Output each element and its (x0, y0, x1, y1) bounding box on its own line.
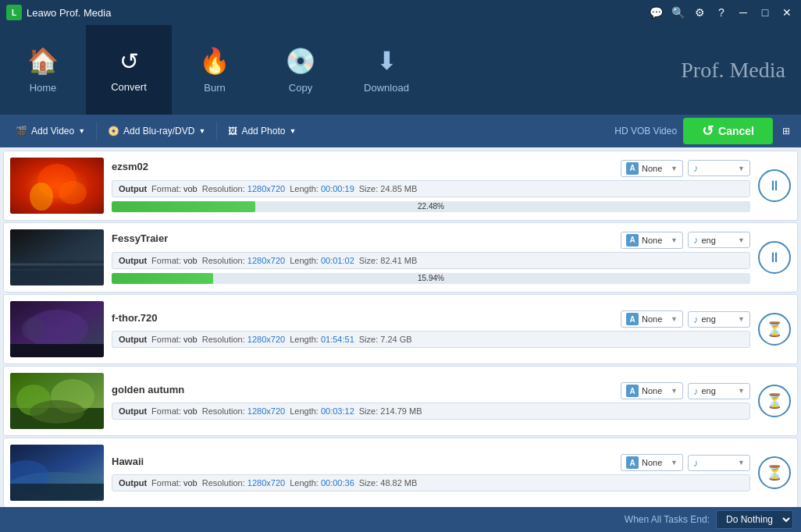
audio-value: eng (702, 314, 716, 324)
audio-icon: ♪ (693, 162, 699, 174)
length-label: Length: 00:03:12 (290, 406, 354, 416)
subtitle-select[interactable]: A None ▼ (621, 454, 683, 471)
progress-bar (112, 273, 213, 284)
chat-icon[interactable]: 💬 (648, 6, 664, 19)
cancel-icon: ↺ (702, 122, 714, 140)
audio-arrow-icon: ▼ (738, 236, 745, 244)
svg-point-11 (22, 317, 45, 341)
output-label: Output (119, 184, 147, 193)
select-group: A None ▼ ♪ eng ▼ (621, 310, 750, 328)
video-row: FessyTraier A None ▼ ♪ eng ▼ Output (3, 222, 798, 293)
resolution-label: Resolution: 1280x720 (202, 406, 285, 416)
nav-item-download[interactable]: ⬇ Download (344, 25, 429, 115)
home-icon: 🏠 (27, 46, 59, 76)
subtitle-arrow-icon: ▼ (671, 315, 678, 323)
toolbar-right: HD VOB Video ↺ Cancel ⊞ (614, 118, 793, 144)
app-title-area: L Leawo Prof. Media (6, 5, 111, 20)
subtitle-select[interactable]: A None ▼ (621, 232, 683, 249)
status-bar: When All Tasks End: Do Nothing Shut Down… (0, 507, 801, 532)
select-group: A None ▼ ♪ eng ▼ (621, 382, 750, 399)
status-label: When All Tasks End: (625, 514, 710, 525)
expand-button[interactable]: ⊞ (779, 122, 793, 140)
pause-button[interactable]: ⏸ (758, 241, 791, 274)
video-thumbnail (10, 445, 104, 501)
subtitle-icon: A (626, 234, 639, 246)
nav-item-copy[interactable]: 💿 Copy (258, 25, 344, 115)
title-bar: L Leawo Prof. Media 💬 🔍 ⚙ ? ─ □ ✕ (0, 0, 801, 25)
add-photo-button[interactable]: 🖼 Add Photo ▼ (220, 122, 304, 140)
search-icon[interactable]: 🔍 (670, 6, 685, 19)
size-label: Size: 214.79 MB (359, 406, 422, 416)
subtitle-icon: A (626, 313, 639, 325)
audio-arrow-icon: ▼ (738, 165, 745, 172)
nav-label-copy: Copy (289, 82, 312, 94)
settings-icon[interactable]: ⚙ (692, 6, 707, 19)
output-label: Output (119, 335, 147, 344)
subtitle-value: None (642, 164, 662, 173)
subtitle-arrow-icon: ▼ (671, 387, 678, 395)
size-label: Size: 7.24 GB (359, 335, 412, 344)
progress-text: 15.94% (418, 273, 444, 284)
maximize-button[interactable]: □ (757, 6, 773, 19)
add-video-label: Add Video (31, 126, 74, 137)
help-icon[interactable]: ? (714, 6, 729, 19)
size-label: Size: 48.82 MB (359, 478, 418, 488)
video-row: ezsm02 A None ▼ ♪ ▼ Output Format: (3, 151, 798, 221)
length-label: Length: 00:01:02 (290, 256, 354, 265)
cancel-button[interactable]: ↺ Cancel (683, 118, 773, 144)
video-name: f-thor.720 (112, 312, 158, 324)
format-label-meta: Format: vob (151, 256, 198, 265)
copy-icon: 💿 (285, 46, 316, 76)
video-thumbnail (10, 158, 104, 214)
audio-select[interactable]: ♪ ▼ (688, 455, 750, 471)
nav-item-convert[interactable]: ↺ Convert (86, 25, 172, 115)
subtitle-select[interactable]: A None ▼ (621, 310, 683, 328)
video-meta: Output Format: vob Resolution: 1280x720 … (112, 331, 750, 348)
subtitle-arrow-icon: ▼ (671, 236, 678, 244)
burn-icon: 🔥 (199, 46, 230, 76)
pause-button[interactable]: ⏸ (758, 169, 791, 202)
audio-select[interactable]: ♪ eng ▼ (688, 311, 750, 328)
nav-item-home[interactable]: 🏠 Home (0, 25, 86, 115)
subtitle-select[interactable]: A None ▼ (621, 160, 683, 177)
video-thumbnail (10, 373, 104, 429)
size-label: Size: 24.85 MB (359, 184, 418, 193)
audio-icon: ♪ (693, 234, 699, 246)
nav-label-convert: Convert (111, 81, 147, 93)
length-label: Length: 00:00:19 (290, 184, 354, 193)
audio-select[interactable]: ♪ eng ▼ (688, 383, 750, 399)
add-bluray-button[interactable]: 📀 Add Blu-ray/DVD ▼ (100, 122, 213, 140)
video-meta: Output Format: vob Resolution: 1280x720 … (112, 474, 750, 491)
add-photo-label: Add Photo (241, 126, 285, 137)
select-group: A None ▼ ♪ eng ▼ (621, 232, 750, 249)
brand-text: Prof. Media (681, 58, 785, 83)
add-bluray-icon: 📀 (108, 126, 119, 137)
hourglass-button[interactable]: ⏳ (758, 313, 791, 346)
app-title: Leawo Prof. Media (27, 7, 111, 19)
hourglass-button[interactable]: ⏳ (758, 456, 791, 489)
add-video-button[interactable]: 🎬 Add Video ▼ (8, 122, 93, 140)
format-label-meta: Format: vob (151, 406, 198, 416)
title-bar-controls: 💬 🔍 ⚙ ? ─ □ ✕ (648, 6, 795, 19)
video-name: golden autumn (112, 384, 184, 395)
minimize-button[interactable]: ─ (735, 6, 751, 19)
row-header: FessyTraier A None ▼ ♪ eng ▼ (112, 232, 750, 249)
audio-select[interactable]: ♪ eng ▼ (688, 232, 750, 248)
add-photo-icon: 🖼 (228, 126, 237, 137)
subtitle-select[interactable]: A None ▼ (621, 382, 683, 399)
toolbar: 🎬 Add Video ▼ 📀 Add Blu-ray/DVD ▼ 🖼 Add … (0, 115, 801, 147)
close-button[interactable]: ✕ (779, 6, 795, 19)
hourglass-icon: ⏳ (766, 464, 783, 481)
task-end-select[interactable]: Do Nothing Shut Down Hibernate Exit App (716, 510, 793, 529)
nav-item-burn[interactable]: 🔥 Burn (172, 25, 258, 115)
add-video-icon: 🎬 (16, 126, 27, 137)
hourglass-button[interactable]: ⏳ (758, 385, 791, 417)
select-group: A None ▼ ♪ ▼ (621, 454, 750, 471)
cancel-label: Cancel (718, 125, 754, 137)
audio-select[interactable]: ♪ ▼ (688, 160, 750, 176)
video-progress: 22.48% (112, 201, 750, 212)
video-row: golden autumn A None ▼ ♪ eng ▼ Output (3, 366, 798, 436)
output-label: Output (119, 256, 147, 265)
length-label: Length: 01:54:51 (290, 335, 354, 344)
video-name: ezsm02 (112, 161, 148, 172)
